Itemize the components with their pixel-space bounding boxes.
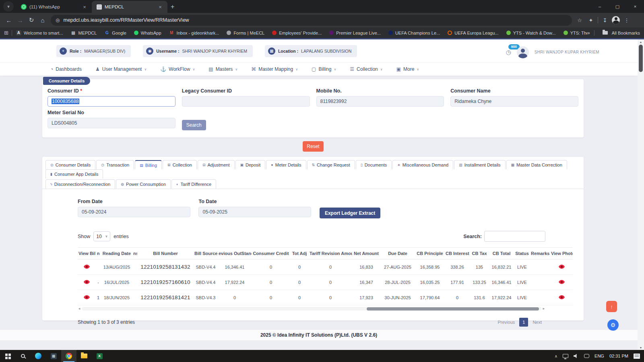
column-header-reading-date[interactable]: Reading Date	[101, 248, 132, 259]
column-header-tot-adj[interactable]: Tot Adj	[290, 248, 309, 259]
nav-item-master-mapping[interactable]: ⌘Master Mapping∨	[251, 66, 298, 72]
export-ledger-button[interactable]: Export Ledger Extract	[320, 208, 380, 218]
volume-icon[interactable]	[574, 354, 579, 358]
tray-expand-icon[interactable]: ∧	[555, 354, 557, 358]
back-icon[interactable]: ←	[3, 17, 14, 24]
next-page-button[interactable]: Next	[529, 318, 545, 327]
view-bill-eye-icon[interactable]	[84, 280, 90, 284]
column-header-remarks[interactable]: Remarks	[530, 248, 550, 259]
bookmark-item-employees-provide[interactable]: Employees' Provide...	[272, 31, 322, 35]
file-explorer-button[interactable]	[76, 350, 92, 362]
edge-button[interactable]	[31, 350, 46, 362]
column-header-net-amount[interactable]: Net Amount	[352, 248, 380, 259]
v-scroll-thumb[interactable]	[639, 45, 643, 72]
bookmark-item-yts-the-official-ho[interactable]: YTS: The Official Ho...	[564, 31, 587, 35]
column-header-evious-outstanding[interactable]: evious OutStanding	[218, 248, 252, 259]
column-header-cb-interest[interactable]: CB Interest	[445, 248, 470, 259]
scroll-up-icon[interactable]: ▲	[638, 39, 644, 44]
close-button[interactable]: ×	[626, 0, 644, 13]
extensions-icon[interactable]: ✦	[586, 17, 595, 23]
close-tab-icon[interactable]: ×	[157, 4, 163, 10]
nav-item-collection[interactable]: ☰Collection∨	[350, 66, 382, 72]
column-header-status[interactable]: Status	[514, 248, 530, 259]
reload-icon[interactable]: ↻	[26, 16, 37, 24]
legacy-consumer-id-input[interactable]	[182, 96, 310, 107]
bookmark-item-uefa-europa-leagu[interactable]: UEFA Europa Leagu...	[448, 31, 498, 35]
tab-billing[interactable]: ▤Billing	[135, 160, 162, 169]
mobile-no-input[interactable]: 8119823992	[316, 96, 444, 107]
column-header-ns[interactable]: ns	[132, 248, 137, 259]
column-header-cb-principle[interactable]: CB Principle	[415, 248, 445, 259]
nav-item-user-management[interactable]: ♟User Management∨	[95, 66, 147, 72]
scroll-left-icon[interactable]: ◄	[78, 307, 82, 311]
bookmark-item-google[interactable]: GGoogle	[104, 30, 126, 35]
bookmarks-overflow-icon[interactable]: »	[587, 30, 590, 36]
tab-power-consumption[interactable]: ◍Power Consumption	[116, 179, 171, 189]
h-scroll-track[interactable]	[82, 307, 541, 311]
consumer-id-input[interactable]: 1000835688	[47, 96, 175, 107]
network-icon[interactable]	[563, 354, 568, 358]
tray-app-icon[interactable]	[584, 354, 589, 358]
apps-grid-icon[interactable]: ⊞	[4, 30, 8, 36]
bookmark-item-yts-watch-dow[interactable]: YTS - Watch & Dow...	[506, 31, 556, 35]
view-bill-eye-icon[interactable]	[84, 265, 90, 269]
profile-avatar[interactable]	[612, 16, 620, 24]
column-header-view-photo[interactable]: View Photo	[550, 248, 573, 259]
page-1-button[interactable]: 1	[519, 318, 528, 327]
column-header-view-bill[interactable]: View Bill	[78, 248, 95, 259]
browser-tab-mepdcl[interactable]: MEPDCL ×	[92, 1, 167, 13]
nav-item-workflow[interactable]: ⚓WorkFlow∨	[160, 66, 195, 72]
view-photo-eye-icon[interactable]	[559, 295, 565, 299]
reset-button[interactable]: Reset	[303, 141, 324, 152]
excel-button[interactable]: X	[92, 350, 107, 362]
tab-change-request[interactable]: ⇅Change Request	[307, 160, 355, 169]
tab-transaction[interactable]: ◷Transaction	[96, 160, 134, 169]
calculator-button[interactable]: ▦	[46, 350, 61, 362]
table-search-input[interactable]	[484, 231, 545, 242]
tab-consumer-app-details[interactable]: ▮Consumer App Details	[45, 169, 103, 179]
tab-master-data-correction[interactable]: ▦Master Data Correction	[506, 160, 567, 169]
tab-search-button[interactable]: ▾	[3, 1, 14, 12]
column-header-due-date[interactable]: Due Date	[380, 248, 415, 259]
to-date-input[interactable]: 05-09-2025	[198, 207, 311, 217]
settings-gear-button[interactable]: ⚙	[607, 319, 619, 331]
column-header-tariff-revision-amount[interactable]: Tariff Revision Amount	[309, 248, 352, 259]
view-photo-eye-icon[interactable]	[559, 265, 565, 269]
page-size-select[interactable]: 10 ∨	[93, 231, 110, 241]
vertical-scrollbar[interactable]: ▲ ▼	[638, 39, 644, 350]
tab-collection[interactable]: ⊞Collection	[163, 160, 197, 169]
search-button[interactable]: Search	[182, 120, 206, 130]
tab-deposit[interactable]: ▣Deposit	[235, 160, 266, 169]
tab-documents[interactable]: ▯Documents	[356, 160, 392, 169]
forward-icon[interactable]: →	[14, 17, 26, 24]
site-info-icon[interactable]: ◎	[56, 17, 60, 23]
column-header-bill-number[interactable]: Bill Number	[137, 248, 194, 259]
previous-page-button[interactable]: Previous	[494, 318, 518, 327]
bookmark-item-forms-meecl[interactable]: Forms | MeECL	[227, 31, 264, 35]
tab-meter-details[interactable]: ●Meter Details	[266, 160, 306, 169]
scroll-down-icon[interactable]: ▼	[638, 345, 644, 350]
nav-item-more[interactable]: ▣More∨	[396, 66, 419, 72]
meter-serial-input[interactable]: LDS004805	[47, 118, 175, 128]
column-header-cb-tax[interactable]: CB Tax	[470, 248, 489, 259]
nav-item-dashboards[interactable]: ◔Dashboards	[50, 66, 82, 72]
column-header-cb-total[interactable]: CB Total	[489, 248, 514, 259]
downloads-icon[interactable]: ↧	[601, 17, 609, 23]
view-photo-eye-icon[interactable]	[559, 280, 565, 284]
tab-tariff-difference[interactable]: ◐Tariff Difference	[171, 179, 216, 189]
consumer-name-input[interactable]: Ridameka Chyne	[450, 96, 578, 107]
close-tab-icon[interactable]: ×	[81, 4, 88, 10]
h-scroll-thumb[interactable]	[367, 307, 539, 311]
bookmark-item-inbox-gideonkhark[interactable]: MInbox - gideonkhark...	[169, 30, 219, 35]
bookmark-item-uefa-champions-le[interactable]: UEFA Champions Le...	[388, 31, 440, 35]
start-button[interactable]	[0, 350, 15, 362]
avatar[interactable]	[517, 46, 529, 58]
tab-disconnection-reconnection[interactable]: ϟDisconnection/Reconnection	[45, 179, 115, 189]
nav-item-billing[interactable]: ▢Billing∨	[312, 66, 336, 72]
browser-tab-whatsapp[interactable]: (11) WhatsApp ×	[16, 1, 92, 13]
new-tab-button[interactable]: +	[171, 3, 174, 10]
clock-time[interactable]: 02:31 PM	[609, 354, 628, 358]
bookmark-item-premier-league-live[interactable]: Premier League Live...	[329, 31, 381, 35]
taskbar-search-button[interactable]	[15, 350, 31, 362]
language-indicator[interactable]: ENG	[594, 354, 604, 358]
